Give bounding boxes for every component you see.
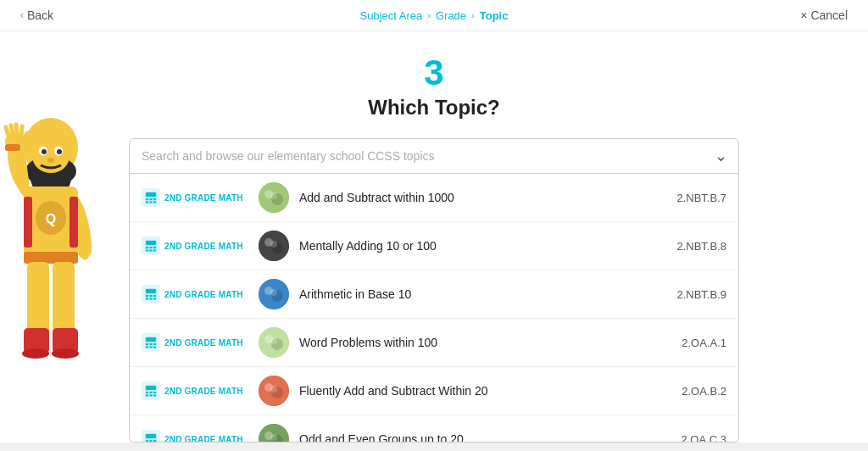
svg-rect-19 <box>27 262 49 338</box>
grade-badge: 2ND GRADE MATH <box>142 237 252 255</box>
topic-thumbnail <box>259 231 289 261</box>
topic-code: 2.NBT.B.8 <box>667 240 726 253</box>
svg-rect-27 <box>5 144 20 151</box>
topic-name: Arithmetic in Base 10 <box>299 287 667 301</box>
svg-rect-26 <box>70 197 78 248</box>
breadcrumb-subject-area[interactable]: Subject Area <box>360 9 423 22</box>
grade-label: 2ND GRADE MATH <box>164 193 243 203</box>
list-item[interactable]: 2ND GRADE MATH Odd and Even Groups up to… <box>130 415 738 443</box>
topic-thumbnail <box>259 424 289 443</box>
svg-rect-65 <box>146 337 156 342</box>
svg-point-63 <box>270 289 277 296</box>
calculator-icon <box>142 237 160 255</box>
svg-rect-78 <box>146 392 148 393</box>
svg-rect-21 <box>24 328 49 354</box>
grade-badge: 2ND GRADE MATH <box>142 381 252 400</box>
topic-name: Add and Subtract within 1000 <box>299 191 667 204</box>
svg-rect-77 <box>146 386 156 390</box>
svg-rect-67 <box>150 343 153 345</box>
grade-label: 2ND GRADE MATH <box>164 435 243 443</box>
svg-rect-41 <box>146 241 156 245</box>
svg-point-8 <box>47 158 54 163</box>
search-input[interactable] <box>129 138 739 174</box>
svg-point-3 <box>32 139 70 173</box>
svg-line-14 <box>6 127 8 136</box>
svg-point-0 <box>24 118 78 177</box>
calculator-icon <box>142 381 160 400</box>
calculator-icon <box>142 285 160 303</box>
svg-rect-9 <box>24 187 78 263</box>
svg-rect-80 <box>153 392 156 393</box>
svg-text:Q: Q <box>46 212 56 226</box>
svg-rect-30 <box>146 198 148 200</box>
svg-line-17 <box>21 126 22 136</box>
svg-rect-69 <box>146 347 148 348</box>
svg-rect-91 <box>150 440 153 442</box>
calculator-icon <box>142 188 160 207</box>
svg-rect-92 <box>153 440 156 442</box>
grade-label: 2ND GRADE MATH <box>164 242 243 251</box>
svg-point-11 <box>36 201 66 235</box>
topic-name: Mentally Adding 10 or 100 <box>299 239 667 253</box>
svg-line-18 <box>24 133 27 139</box>
svg-rect-82 <box>150 395 153 397</box>
search-container: ⌄ <box>129 138 739 174</box>
svg-point-51 <box>270 241 277 248</box>
mascot-character: Q <box>0 86 102 443</box>
svg-point-7 <box>57 149 62 154</box>
svg-rect-71 <box>153 347 156 348</box>
svg-point-99 <box>270 434 277 441</box>
grade-badge: 2ND GRADE MATH <box>142 333 252 352</box>
grade-label: 2ND GRADE MATH <box>164 338 243 348</box>
topic-code: 2.NBT.B.7 <box>667 192 726 204</box>
svg-rect-33 <box>146 202 148 203</box>
svg-rect-46 <box>150 250 153 252</box>
svg-rect-79 <box>150 392 153 393</box>
svg-point-4 <box>39 147 47 156</box>
svg-rect-59 <box>153 298 156 300</box>
list-item[interactable]: 2ND GRADE MATH Mentally Adding 10 or 100… <box>130 222 738 270</box>
cancel-button[interactable]: × Cancel <box>800 8 848 22</box>
svg-rect-66 <box>146 343 148 345</box>
svg-point-39 <box>270 192 277 199</box>
calculator-icon <box>142 430 160 443</box>
breadcrumb-sep-2: › <box>471 10 475 20</box>
cancel-label: Cancel <box>810 8 848 22</box>
list-item[interactable]: 2ND GRADE MATH Add and Subtract within 1… <box>130 174 738 222</box>
svg-rect-54 <box>146 295 148 297</box>
svg-point-5 <box>54 147 63 156</box>
svg-rect-32 <box>153 198 156 200</box>
svg-rect-81 <box>146 395 148 397</box>
svg-point-23 <box>22 348 49 359</box>
svg-rect-47 <box>153 250 156 252</box>
list-item[interactable]: 2ND GRADE MATH Word Problems within 1002… <box>130 319 738 367</box>
grade-label: 2ND GRADE MATH <box>164 290 243 299</box>
back-button[interactable]: ‹ Back <box>20 8 53 22</box>
main-content: Q <box>0 31 868 443</box>
svg-rect-68 <box>153 343 156 345</box>
breadcrumb-grade[interactable]: Grade <box>436 9 466 22</box>
svg-rect-10 <box>24 252 78 264</box>
svg-rect-57 <box>146 298 148 300</box>
svg-rect-58 <box>150 298 153 300</box>
grade-label: 2ND GRADE MATH <box>164 387 243 396</box>
svg-rect-89 <box>146 434 156 438</box>
step-number: 3 <box>424 55 443 91</box>
topic-name: Odd and Even Groups up to 20 <box>299 432 667 443</box>
results-list[interactable]: 2ND GRADE MATH Add and Subtract within 1… <box>129 174 739 443</box>
topic-code: 2.OA.A.1 <box>667 337 726 349</box>
svg-rect-42 <box>146 247 148 248</box>
svg-point-6 <box>42 149 47 154</box>
breadcrumb-topic: Topic <box>480 9 509 22</box>
list-item[interactable]: 2ND GRADE MATH Fluently Add and Subtract… <box>130 367 738 415</box>
svg-line-15 <box>11 125 13 134</box>
grade-badge: 2ND GRADE MATH <box>142 285 252 303</box>
page-header: ‹ Back Subject Area › Grade › Topic × Ca… <box>0 0 868 31</box>
list-item[interactable]: 2ND GRADE MATH Arithmetic in Base 102.NB… <box>130 270 738 319</box>
svg-rect-44 <box>153 247 156 248</box>
svg-rect-83 <box>153 395 156 397</box>
topic-code: 2.NBT.B.9 <box>667 288 726 301</box>
breadcrumb: Subject Area › Grade › Topic <box>360 9 509 22</box>
svg-rect-20 <box>53 262 75 338</box>
close-icon: × <box>800 8 807 22</box>
